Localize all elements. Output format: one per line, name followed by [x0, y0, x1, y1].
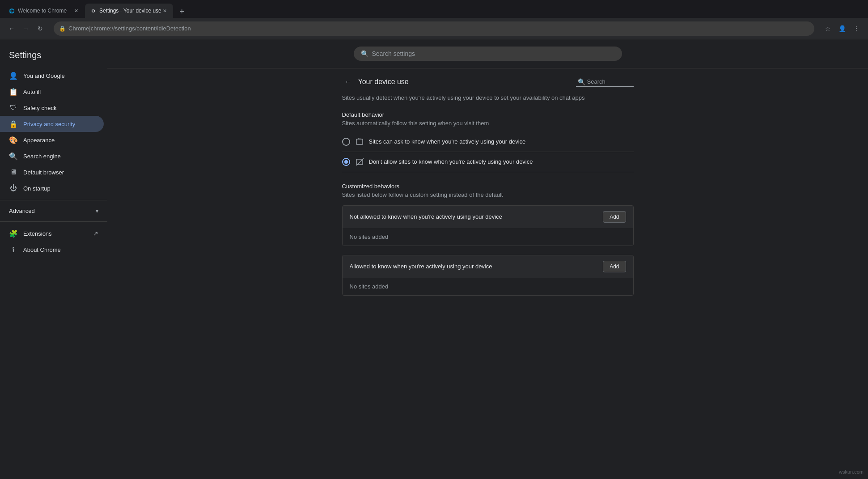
- sidebar-item-default-browser[interactable]: 🖥 Default browser: [0, 164, 104, 180]
- default-behavior-title: Default behavior: [342, 111, 634, 118]
- sidebar-item-about-chrome[interactable]: ℹ About Chrome: [0, 242, 104, 258]
- search-bar[interactable]: 🔍: [354, 47, 622, 61]
- tab-settings-label: Settings - Your device use: [99, 8, 161, 14]
- allow-option-icon: [356, 137, 364, 146]
- sidebar-item-appearance[interactable]: 🎨 Appearance: [0, 132, 104, 148]
- radio-option-block[interactable]: Don't allow sites to know when you're ac…: [342, 152, 634, 172]
- sidebar-item-search-engine[interactable]: 🔍 Search engine: [0, 148, 104, 164]
- sidebar-advanced-section[interactable]: Advanced ▾: [0, 204, 107, 218]
- secure-icon: 🔒: [59, 25, 66, 32]
- sidebar-item-you-and-google[interactable]: 👤 You and Google: [0, 68, 104, 84]
- default-behavior-subtitle: Sites automatically follow this setting …: [342, 120, 634, 127]
- behavior-label-allowed: Allowed to know when you're actively usi…: [350, 263, 603, 270]
- default-browser-icon: 🖥: [9, 168, 18, 177]
- watermark: wskun.com: [839, 469, 864, 475]
- customized-header: Customized behaviors: [342, 183, 634, 190]
- forward-button[interactable]: →: [20, 22, 32, 35]
- extensions-icon: 🧩: [9, 229, 18, 238]
- new-tab-button[interactable]: +: [176, 5, 188, 18]
- external-link-icon: ↗: [93, 230, 98, 237]
- you-and-google-icon: 👤: [9, 71, 18, 80]
- behavior-block-not-allowed: Not allowed to know when you're actively…: [342, 205, 634, 246]
- behavior-empty-not-allowed: No sites added: [343, 228, 633, 246]
- sidebar-label-default-browser: Default browser: [23, 169, 64, 176]
- behavior-label-not-allowed: Not allowed to know when you're actively…: [350, 213, 603, 220]
- page-title: Your device use: [358, 78, 576, 86]
- sidebar-label-you-and-google: You and Google: [23, 72, 65, 79]
- sidebar-divider: [0, 200, 107, 200]
- sidebar-item-autofill[interactable]: 📋 Autofill: [0, 84, 104, 100]
- tab-bar: 🌐 Welcome to Chrome ✕ ⚙ Settings - Your …: [0, 0, 868, 18]
- browser-chrome: 🌐 Welcome to Chrome ✕ ⚙ Settings - Your …: [0, 0, 868, 39]
- content-area: ← Your device use 🔍 Sites usually detect…: [331, 68, 644, 322]
- behavior-empty-allowed: No sites added: [343, 278, 633, 295]
- main-panel: 🔍 ← Your device use 🔍 Sites usually dete…: [107, 39, 868, 479]
- sidebar-item-on-startup[interactable]: ⏻ On startup: [0, 180, 104, 196]
- tab-settings-close[interactable]: ✕: [161, 7, 169, 14]
- radio-block[interactable]: [342, 158, 350, 166]
- search-icon: 🔍: [361, 50, 368, 57]
- back-button[interactable]: ←: [342, 76, 355, 88]
- tab-settings-favicon: ⚙: [89, 7, 97, 14]
- sidebar-item-privacy-and-security[interactable]: 🔒 Privacy and security: [0, 116, 104, 132]
- app-body: Settings 👤 You and Google 📋 Autofill 🛡 S…: [0, 39, 868, 479]
- customized-section: Customized behaviors Sites listed below …: [342, 183, 634, 296]
- url-domain: Chrome: [68, 25, 89, 32]
- menu-button[interactable]: ⋮: [850, 22, 863, 35]
- search-engine-icon: 🔍: [9, 152, 18, 161]
- add-button-allowed[interactable]: Add: [603, 261, 626, 272]
- privacy-icon: 🔒: [9, 119, 18, 128]
- sidebar-label-privacy: Privacy and security: [23, 121, 75, 127]
- search-bar-container: 🔍: [107, 39, 868, 68]
- settings-title: Settings: [0, 47, 107, 68]
- radio-option-allow[interactable]: Sites can ask to know when you're active…: [342, 132, 634, 152]
- advanced-label: Advanced: [9, 208, 96, 214]
- appearance-icon: 🎨: [9, 136, 18, 144]
- sidebar-divider-2: [0, 221, 107, 222]
- about-chrome-icon: ℹ: [9, 245, 18, 254]
- sidebar-label-safety-check: Safety check: [23, 105, 56, 111]
- page-search[interactable]: 🔍: [576, 77, 634, 87]
- behavior-header-not-allowed: Not allowed to know when you're actively…: [343, 206, 633, 228]
- address-bar: ← → ↻ 🔒 Chrome | chrome://settings/conte…: [0, 18, 868, 39]
- page-description: Sites usually detect when you're activel…: [342, 93, 634, 102]
- reload-button[interactable]: ↻: [34, 22, 47, 35]
- profile-button[interactable]: 👤: [836, 22, 848, 35]
- tab-welcome-close[interactable]: ✕: [72, 7, 80, 14]
- bookmark-button[interactable]: ☆: [821, 22, 834, 35]
- block-option-text: Don't allow sites to know when you're ac…: [369, 158, 533, 165]
- autofill-icon: 📋: [9, 87, 18, 96]
- behavior-header-allowed: Allowed to know when you're actively usi…: [343, 255, 633, 278]
- back-button[interactable]: ←: [5, 22, 18, 35]
- safety-check-icon: 🛡: [9, 103, 18, 112]
- page-search-icon: 🔍: [578, 78, 585, 85]
- sidebar-label-autofill: Autofill: [23, 89, 41, 95]
- block-option-icon: [356, 157, 364, 166]
- sidebar-item-extensions[interactable]: 🧩 Extensions ↗: [0, 225, 107, 242]
- page-search-input[interactable]: [587, 78, 632, 85]
- tab-welcome-favicon: 🌐: [8, 7, 15, 14]
- sidebar-label-search-engine: Search engine: [23, 153, 61, 160]
- sidebar-item-safety-check[interactable]: 🛡 Safety check: [0, 100, 104, 116]
- sidebar-label-on-startup: On startup: [23, 185, 51, 192]
- add-button-not-allowed[interactable]: Add: [603, 211, 626, 223]
- tab-welcome[interactable]: 🌐 Welcome to Chrome ✕: [4, 4, 84, 18]
- toolbar-right: ☆ 👤 ⋮: [821, 22, 863, 35]
- url-bar[interactable]: 🔒 Chrome | chrome://settings/content/idl…: [54, 21, 814, 36]
- tab-settings[interactable]: ⚙ Settings - Your device use ✕: [85, 4, 173, 18]
- page-header: ← Your device use 🔍: [342, 68, 634, 93]
- radio-inner: [344, 160, 348, 164]
- sidebar-label-about-chrome: About Chrome: [23, 246, 61, 253]
- radio-allow[interactable]: [342, 138, 350, 146]
- advanced-chevron-icon: ▾: [96, 208, 98, 214]
- tab-welcome-label: Welcome to Chrome: [18, 8, 67, 14]
- customized-subtitle: Sites listed below follow a custom setti…: [342, 191, 634, 198]
- behavior-block-allowed: Allowed to know when you're actively usi…: [342, 255, 634, 296]
- nav-buttons: ← → ↻: [5, 22, 47, 35]
- sidebar-label-appearance: Appearance: [23, 137, 55, 144]
- sidebar: Settings 👤 You and Google 📋 Autofill 🛡 S…: [0, 39, 107, 479]
- svg-rect-0: [356, 139, 363, 144]
- url-path: chrome://settings/content/idleDetection: [91, 25, 191, 32]
- allow-option-text: Sites can ask to know when you're active…: [369, 138, 526, 145]
- search-input[interactable]: [372, 50, 615, 57]
